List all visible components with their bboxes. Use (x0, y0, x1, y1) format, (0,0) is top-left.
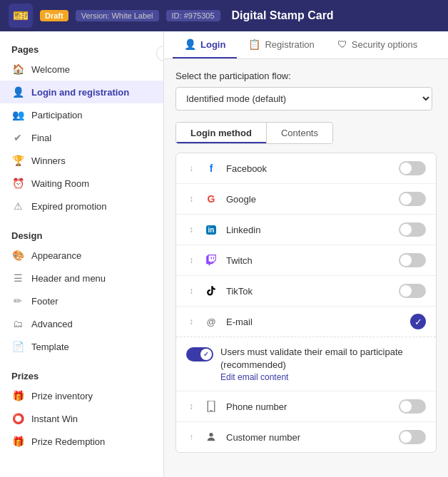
tab-login[interactable]: 👤 Login (173, 31, 237, 58)
drag-handle-customer[interactable]: ↑ (186, 432, 196, 442)
sidebar-item-expired-promotion[interactable]: ⚠ Expired promotion (0, 195, 163, 217)
method-label-twitch: Twitch (226, 255, 392, 266)
security-tab-icon: 🛡 (337, 39, 347, 50)
method-label-google: Google (226, 194, 392, 205)
sidebar-item-label: Appearance (31, 250, 81, 261)
toggle-google[interactable] (399, 192, 426, 206)
registration-tab-icon: 📋 (248, 39, 260, 50)
sidebar-item-label: Instant Win (31, 414, 78, 424)
version-label: Version: White Label (76, 10, 159, 21)
drag-handle-google[interactable]: ↕ (186, 194, 196, 204)
method-item-email: ↕ @ E-mail ✓ (176, 307, 436, 337)
tab-bar: 👤 Login 📋 Registration 🛡 Security option… (164, 31, 448, 59)
sidebar-item-welcome[interactable]: 🏠 Welcome (0, 58, 163, 81)
toggle-customer[interactable] (399, 430, 426, 444)
sidebar-item-prize-redemption[interactable]: 🎁 Prize Redemption (0, 430, 163, 453)
final-icon: ✔ (11, 131, 24, 144)
template-icon: 📄 (11, 340, 24, 353)
sidebar-item-footer[interactable]: ✏ Footer (0, 289, 163, 312)
sidebar-item-winners[interactable]: 🏆 Winners (0, 149, 163, 172)
sidebar-prizes-header: Prizes (0, 365, 163, 384)
sidebar-item-login-registration[interactable]: 👤 Login and registration (0, 81, 163, 103)
tab-security-options[interactable]: 🛡 Security options (326, 31, 429, 58)
drag-handle-email[interactable]: ↕ (186, 317, 196, 327)
sidebar-item-template[interactable]: 📄 Template (0, 335, 163, 358)
logo-icon: 🎫 (13, 8, 29, 24)
toggle-email-checked[interactable]: ✓ (410, 314, 426, 329)
prize-inventory-icon: 🎁 (11, 389, 24, 402)
phone-icon (203, 399, 219, 414)
instant-win-icon: ⭕ (11, 412, 24, 425)
email-validate-toggle[interactable]: ✓ (186, 347, 213, 361)
waiting-room-icon: ⏰ (11, 177, 24, 190)
app-logo: 🎫 (9, 4, 33, 28)
pages-section-title: Pages (11, 44, 39, 55)
drag-handle-tiktok[interactable]: ↕ (186, 286, 196, 296)
email-validate-text: Users must validate their email to parti… (220, 346, 426, 371)
sidebar-item-label: Header and menu (31, 273, 106, 284)
header-menu-icon: ☰ (11, 272, 24, 284)
sidebar-item-label: Waiting Room (31, 178, 89, 189)
flow-select[interactable]: Identified mode (default) Anonymous mode… (175, 87, 432, 111)
appearance-icon: 🎨 (11, 249, 24, 262)
edit-email-link[interactable]: Edit email content (220, 372, 288, 382)
toggle-tiktok[interactable] (399, 284, 426, 298)
toggle-twitch[interactable] (399, 253, 426, 267)
tab-registration-label: Registration (265, 39, 314, 50)
login-registration-icon: 👤 (11, 86, 24, 98)
sidebar-item-label: Winners (31, 155, 66, 166)
sidebar-item-final[interactable]: ✔ Final (0, 126, 163, 149)
method-tab-login-method[interactable]: Login method (176, 123, 267, 143)
sidebar-item-instant-win[interactable]: ⭕ Instant Win (0, 407, 163, 430)
sidebar-item-label: Welcome (31, 64, 70, 75)
method-item-google: ↕ G Google (176, 184, 436, 215)
winners-icon: 🏆 (11, 154, 24, 167)
method-item-customer: ↑ Customer number (176, 422, 436, 452)
drag-handle-twitch[interactable]: ↕ (186, 255, 196, 265)
sidebar-item-prize-inventory[interactable]: 🎁 Prize inventory (0, 384, 163, 407)
method-item-twitch: ↕ Twitch (176, 245, 436, 276)
method-label-email: E-mail (226, 317, 403, 327)
sidebar-pages-header: Pages ‹ (0, 39, 163, 58)
prizes-section-title: Prizes (11, 371, 39, 381)
facebook-icon: f (203, 160, 219, 176)
sidebar-design-header: Design (0, 225, 163, 244)
method-tabs: Login method Contents (175, 122, 333, 144)
method-tab-contents[interactable]: Contents (267, 123, 332, 143)
sidebar-item-participation[interactable]: 👥 Participation (0, 103, 163, 126)
toggle-linkedin[interactable] (399, 222, 426, 237)
flow-label: Select the participation flow: (175, 71, 437, 81)
method-label-facebook: Facebook (226, 163, 392, 174)
tab-registration[interactable]: 📋 Registration (237, 31, 325, 58)
advanced-icon: 🗂 (11, 317, 24, 330)
design-section-title: Design (11, 230, 42, 241)
sidebar-item-label: Expired promotion (31, 201, 107, 212)
main-content: 👤 Login 📋 Registration 🛡 Security option… (164, 31, 448, 477)
email-icon: @ (203, 314, 219, 329)
toggle-phone[interactable] (399, 399, 426, 414)
sidebar-item-waiting-room[interactable]: ⏰ Waiting Room (0, 172, 163, 195)
sidebar-item-appearance[interactable]: 🎨 Appearance (0, 244, 163, 267)
method-label-phone: Phone number (226, 401, 392, 412)
svg-rect-0 (208, 401, 215, 412)
google-icon: G (203, 191, 219, 207)
prize-redemption-icon: 🎁 (11, 435, 24, 448)
toggle-facebook[interactable] (399, 161, 426, 175)
sidebar-item-label: Final (31, 133, 51, 143)
tab-login-label: Login (200, 39, 225, 50)
sidebar-item-advanced[interactable]: 🗂 Advanced (0, 312, 163, 335)
content-area: Select the participation flow: Identifie… (164, 59, 448, 477)
drag-handle-facebook[interactable]: ↓ (186, 163, 196, 173)
drag-handle-linkedin[interactable]: ↕ (186, 225, 196, 235)
app-header: 🎫 Draft Version: White Label ID: #975305… (0, 0, 448, 31)
welcome-icon: 🏠 (11, 63, 24, 76)
sidebar-item-label: Prize inventory (31, 391, 93, 401)
drag-handle-phone[interactable]: ↕ (186, 401, 196, 411)
id-label: ID: #975305 (166, 10, 220, 21)
expired-icon: ⚠ (11, 200, 24, 212)
sidebar-item-header-menu[interactable]: ☰ Header and menu (0, 267, 163, 289)
method-label-customer: Customer number (226, 432, 392, 443)
method-item-linkedin: ↕ in Linkedin (176, 215, 436, 245)
participation-icon: 👥 (11, 108, 24, 121)
main-layout: Pages ‹ 🏠 Welcome 👤 Login and registrati… (0, 31, 448, 477)
